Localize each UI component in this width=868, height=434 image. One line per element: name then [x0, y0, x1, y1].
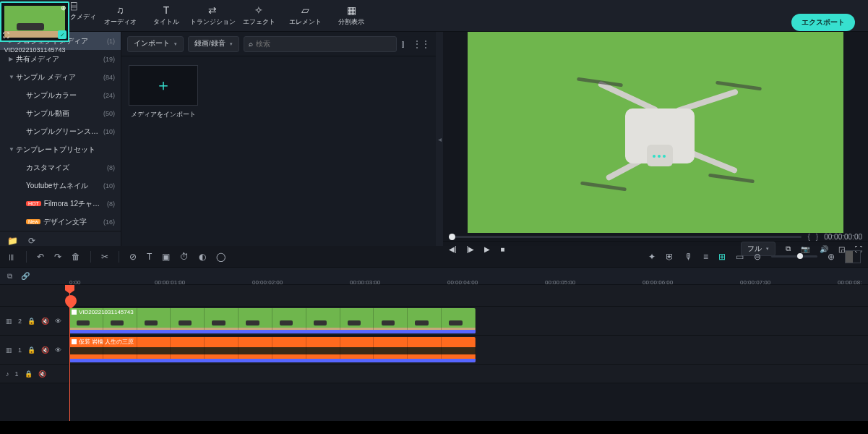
check-icon: ✓	[58, 30, 66, 39]
audio-icon: ♪	[6, 370, 9, 378]
tab-transition[interactable]: ⇄トランジション	[189, 0, 236, 31]
import-dropdown[interactable]: インポート▾	[127, 36, 184, 52]
search-box[interactable]: ⌕	[244, 36, 397, 52]
video-icon: ▥	[6, 346, 12, 354]
tag-icon[interactable]: ⊘	[129, 252, 137, 262]
add-icon[interactable]: ⊕	[61, 4, 66, 12]
timecode: 00:00:00:00	[824, 233, 862, 241]
mic-icon[interactable]: 🎙	[684, 252, 693, 262]
zoom-in-icon[interactable]: ⊕	[828, 252, 835, 262]
speed-icon[interactable]: ⏱	[180, 252, 189, 262]
step-icon[interactable]: |▶	[467, 245, 475, 253]
snap-icon[interactable]: ⊞	[718, 252, 726, 262]
video-track-1: ▥ 1 🔒 🔇 👁 仮装 岩橋 人生の三原	[0, 336, 868, 365]
tab-element[interactable]: ▱エレメント	[282, 0, 328, 31]
preview-viewport[interactable]	[443, 32, 868, 233]
clip-background[interactable]: 仮装 岩橋 人生の三原	[69, 337, 476, 362]
mute-icon[interactable]: 🔇	[41, 346, 49, 354]
import-thumb[interactable]: ＋ メディアをインポート	[129, 65, 198, 237]
bracket-open[interactable]: {	[807, 233, 809, 241]
pip-icon[interactable]: ◲	[838, 245, 845, 253]
tab-split[interactable]: ▦分割表示	[328, 0, 374, 31]
eye-icon[interactable]: 👁	[55, 346, 61, 354]
record-dropdown[interactable]: 録画/録音▾	[188, 36, 239, 52]
media-thumb-box[interactable]: ⊕ ⛶ ✓	[0, 1, 69, 42]
greenscreen-preview	[4, 6, 65, 38]
top-tabs: ▥メディア ⌸ストックメディア ♫オーディオ Tタイトル ⇄トランジション ✧エ…	[0, 0, 868, 32]
video-icon: ▥	[6, 318, 12, 325]
lock-icon[interactable]: 🔒	[25, 370, 33, 378]
color-icon[interactable]: ◐	[199, 252, 206, 262]
bin-view-icons: ⫿ ⋮⋮	[401, 39, 430, 49]
text-tool-icon[interactable]: T	[147, 252, 152, 262]
media-bin: インポート▾ 録画/録音▾ ⌕ ⫿ ⋮⋮ ＋ メディアをインポート ⊕ ⛶ ✓ …	[121, 32, 436, 246]
bin-toolbar: インポート▾ 録画/録音▾ ⌕ ⫿ ⋮⋮	[121, 32, 436, 56]
audio-track-1: ♪ 1 🔒 🔇	[0, 365, 868, 383]
track-area-a1[interactable]	[69, 365, 868, 383]
mixer-icon[interactable]: ≡	[703, 252, 708, 262]
track-label: 2	[18, 318, 22, 325]
stop-icon[interactable]: ■	[500, 245, 504, 253]
marker-strip[interactable]	[0, 285, 868, 307]
pane-collapse-handle[interactable]: ◂	[436, 32, 443, 246]
zoom-knob[interactable]	[797, 253, 803, 259]
track-head-v1: ▥ 1 🔒 🔇 👁	[0, 336, 69, 364]
cut-icon[interactable]: ✂	[101, 252, 108, 262]
track-label: 1	[15, 370, 19, 378]
search-input[interactable]	[256, 40, 392, 48]
timeline-body: ▥ 2 🔒 🔇 👁 VID20221031145743 ▥ 1 🔒 🔇	[0, 285, 868, 421]
eye-icon[interactable]: 👁	[55, 318, 61, 325]
transport-bar: ◀| |▶ ▶ ■ フル▾ ⧉ 📷 🔊 ◲ ⛶	[443, 241, 868, 256]
mute-icon[interactable]: 🔇	[38, 370, 46, 378]
export-button[interactable]: エクスポート	[791, 14, 855, 31]
shield-icon[interactable]: ⛨	[666, 252, 674, 262]
import-box[interactable]: ＋	[129, 65, 198, 106]
effect-icon: ✧	[254, 4, 263, 17]
drone-body	[625, 109, 695, 163]
scrub-knob[interactable]	[449, 234, 455, 240]
fit-icon[interactable]: ▭	[736, 252, 744, 262]
preview-frame	[468, 32, 843, 233]
tab-audio[interactable]: ♫オーディオ	[97, 0, 143, 31]
mute-icon[interactable]: 🔇	[41, 318, 49, 325]
timeline: ⫼ ↶ ↷ 🗑 ✂ ⊘ T ▣ ⏱ ◐ ◯ ✦ ⛨ 🎙 ≡ ⊞ ▭ ⊖ ⊕ ⧉ …	[0, 246, 868, 421]
tab-effect[interactable]: ✧エフェクト	[236, 0, 282, 31]
filter-icon[interactable]: ⫿	[401, 39, 405, 49]
track-area-v2[interactable]: VID20221031145743	[69, 307, 868, 335]
timeline-header: ⧉ 🔗 0:00 00:00:01:00 00:00:02:00 00:00:0…	[0, 268, 868, 285]
zoom-slider[interactable]	[771, 255, 817, 258]
prev-icon[interactable]: ◀|	[449, 245, 457, 253]
lock-icon[interactable]: 🔒	[27, 346, 35, 354]
clip-greenscreen[interactable]: VID20221031145743	[69, 308, 476, 333]
zoom-out-icon[interactable]: ⊖	[754, 252, 761, 262]
bracket-close[interactable]: }	[816, 233, 818, 241]
track-head-v2: ▥ 2 🔒 🔇 👁	[0, 307, 69, 335]
audio-icon: ♫	[116, 4, 124, 17]
scrub-bar: { } 00:00:00:00	[443, 233, 868, 241]
grid-icon[interactable]: ⋮⋮	[413, 39, 430, 49]
video-track-2: ▥ 2 🔒 🔇 👁 VID20221031145743	[0, 307, 868, 336]
playback-controls: ◀| |▶ ▶ ■	[449, 245, 504, 253]
track-head-a1: ♪ 1 🔒 🔇	[0, 365, 69, 383]
crop-icon[interactable]: ▣	[162, 252, 170, 262]
track-area-v1[interactable]: 仮装 岩橋 人生の三原	[69, 336, 868, 364]
snapshot-icon[interactable]: 📷	[801, 245, 809, 253]
ai-icon[interactable]: ✦	[648, 252, 656, 262]
screen-icon[interactable]: ⧉	[786, 244, 791, 253]
tab-title[interactable]: Tタイトル	[143, 0, 189, 31]
lock-icon[interactable]: 🔒	[27, 318, 35, 325]
track-label: 1	[18, 346, 22, 354]
preview-pane: { } 00:00:00:00 ◀| |▶ ▶ ■ フル▾ ⧉ 📷 🔊 ◲ ⛶	[443, 32, 868, 246]
view-toggle[interactable]	[845, 250, 861, 263]
play-icon[interactable]: ▶	[484, 245, 490, 253]
playhead-line[interactable]	[69, 285, 70, 421]
record-icon[interactable]: ◯	[216, 252, 225, 262]
scrub-track[interactable]	[449, 236, 802, 238]
search-icon: ⌕	[249, 40, 253, 48]
delete-icon[interactable]: 🗑	[72, 252, 80, 262]
transition-icon: ⇄	[208, 4, 217, 17]
import-caption: メディアをインポート	[129, 110, 198, 119]
split-icon: ▦	[347, 4, 356, 17]
expand-icon[interactable]: ⛶	[3, 32, 9, 39]
element-icon: ▱	[301, 4, 309, 17]
